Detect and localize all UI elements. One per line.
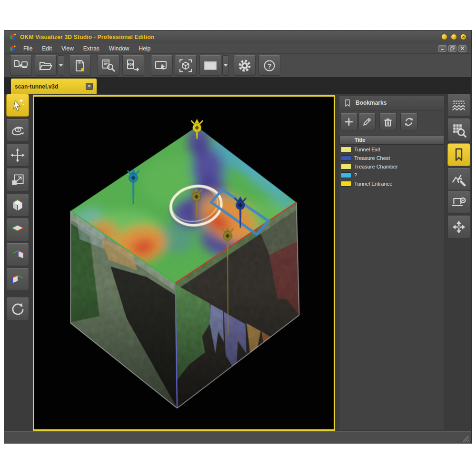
mdi-minimize-button[interactable]	[438, 45, 446, 52]
export-pdf-button[interactable]: PDF	[122, 55, 144, 76]
open-file-button[interactable]	[35, 55, 57, 76]
panel-splitter[interactable]	[335, 95, 339, 431]
background-color-dropdown[interactable]	[222, 55, 229, 76]
import-scan-button[interactable]	[10, 55, 32, 76]
select-tool-button[interactable]	[6, 94, 29, 117]
maximize-button[interactable]: □	[451, 34, 457, 40]
bookmark-title: Treasure Chamber	[354, 164, 398, 169]
help-button[interactable]: ?	[258, 55, 280, 76]
resize-grip[interactable]	[463, 436, 469, 442]
menu-help[interactable]: Help	[134, 44, 156, 53]
app-logo-icon	[9, 33, 16, 40]
svg-text:?: ?	[267, 61, 271, 69]
bookmarks-tab-button[interactable]	[447, 143, 470, 166]
menu-bar: FileEditViewExtrasWindowHelp	[4, 43, 471, 54]
edit-bookmark-button[interactable]	[358, 113, 376, 130]
rotate-tool-button[interactable]	[6, 119, 29, 142]
bookmark-color-swatch	[341, 172, 351, 178]
touch-input-button[interactable]	[151, 55, 173, 76]
svg-text:PDF: PDF	[128, 63, 134, 66]
scan-3d-scene[interactable]	[34, 97, 334, 429]
bookmarks-toolbar	[339, 113, 444, 132]
menu-edit[interactable]: Edit	[37, 44, 57, 53]
open-file-dropdown[interactable]	[58, 55, 64, 76]
app-logo-icon	[9, 45, 16, 52]
window-title: OKM Visualizer 3D Studio - Professional …	[20, 34, 155, 40]
reset-rotation-button[interactable]	[6, 298, 29, 320]
bookmark-icon	[343, 98, 352, 108]
mdi-close-button[interactable]	[458, 45, 466, 52]
add-bookmark-button[interactable]	[340, 113, 357, 130]
background-color-button[interactable]	[199, 55, 221, 76]
ground-layers-button[interactable]	[447, 94, 470, 117]
navigate-button[interactable]	[447, 216, 470, 238]
tab-scan-tunnel[interactable]: scan-tunnel.v3d ✕	[11, 79, 97, 94]
view-3d-button[interactable]	[6, 194, 29, 217]
settings-button[interactable]	[234, 55, 256, 76]
bookmark-color-swatch	[341, 181, 351, 187]
color-column-header	[340, 136, 351, 144]
device-settings-button[interactable]	[447, 191, 470, 214]
save-memory-card-button[interactable]	[69, 55, 91, 76]
bookmark-row[interactable]: Treasure Chest	[339, 154, 444, 162]
print-preview-button[interactable]	[98, 55, 119, 76]
close-button[interactable]: ✕	[460, 34, 466, 40]
bookmark-title: Tunnel Entrance	[354, 181, 392, 187]
bookmark-row[interactable]: Tunnel Entrance	[339, 179, 444, 188]
search-grid-button[interactable]	[447, 119, 470, 141]
menu-extras[interactable]: Extras	[79, 44, 104, 53]
tab-label: scan-tunnel.v3d	[15, 83, 58, 90]
view-front-button[interactable]	[6, 268, 29, 291]
refresh-bookmarks-button[interactable]	[400, 113, 417, 130]
delete-bookmark-button[interactable]	[379, 113, 397, 130]
main-toolbar: PDF ?	[4, 54, 471, 78]
bookmark-title: Tunnel Exit	[354, 147, 380, 152]
bookmarks-header: Bookmarks	[339, 96, 444, 110]
move-tool-button[interactable]	[6, 144, 29, 167]
title-column-header: Title	[351, 136, 444, 144]
tab-bar: scan-tunnel.v3d ✕	[4, 77, 471, 95]
scale-tool-button[interactable]	[6, 169, 29, 191]
mdi-restore-button[interactable]	[448, 45, 456, 52]
signal-tools-button[interactable]	[447, 168, 470, 191]
bookmark-row[interactable]: Tunnel Exit	[339, 145, 444, 153]
bookmark-color-swatch	[341, 164, 351, 169]
menu-view[interactable]: View	[57, 44, 79, 53]
bookmark-title: Treasure Chest	[354, 155, 390, 161]
app-window: OKM Visualizer 3D Studio - Professional …	[4, 30, 472, 444]
frame-3d-view-button[interactable]	[175, 55, 197, 76]
scan-3d-viewport[interactable]	[33, 95, 335, 431]
bookmarks-list-header[interactable]: Title	[339, 135, 444, 144]
menu-window[interactable]: Window	[104, 44, 134, 53]
status-bar	[4, 431, 471, 444]
title-bar: OKM Visualizer 3D Studio - Professional …	[4, 30, 471, 43]
bookmark-color-swatch	[341, 155, 351, 161]
bookmarks-list: Tunnel ExitTreasure ChestTreasure Chambe…	[339, 144, 444, 430]
bookmark-color-swatch	[341, 147, 351, 152]
content-area: Bookmarks Title Tunnel ExitTreasure Ches…	[4, 94, 471, 431]
view-side-button[interactable]	[6, 243, 29, 266]
tab-close-icon[interactable]: ✕	[86, 83, 93, 90]
menu-file[interactable]: File	[19, 44, 37, 53]
bookmark-row[interactable]: Treasure Chamber	[339, 162, 444, 170]
bookmark-row[interactable]: ?	[339, 171, 444, 179]
bookmark-title: ?	[354, 172, 357, 178]
view-top-button[interactable]	[6, 218, 29, 241]
minimize-button[interactable]: −	[441, 34, 447, 40]
bookmarks-panel: Bookmarks Title Tunnel ExitTreasure Ches…	[339, 95, 445, 431]
bookmarks-title: Bookmarks	[356, 99, 387, 106]
